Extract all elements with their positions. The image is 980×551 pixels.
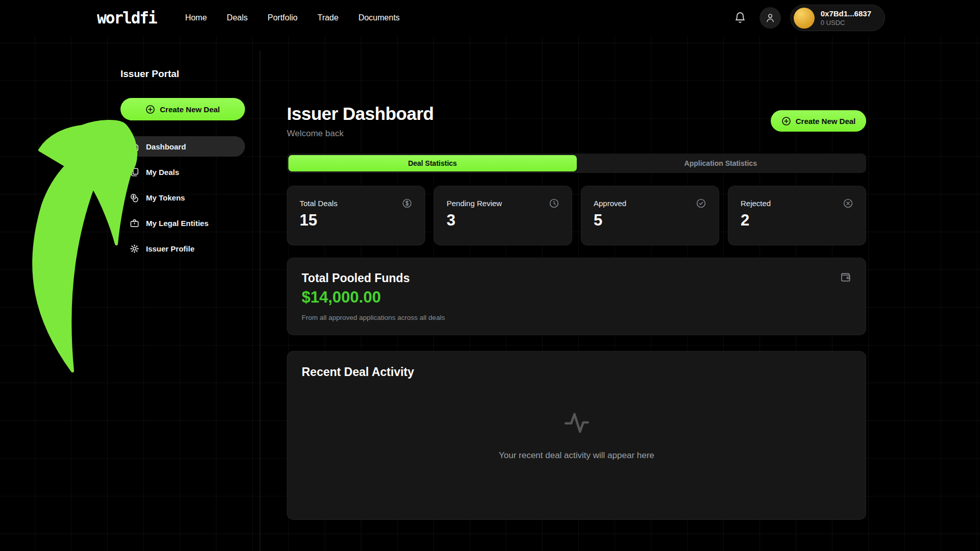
top-navigation-bar: worldfi Home Deals Portfolio Trade Docum… [0, 0, 980, 36]
nav-right-cluster: 0x7Bd1...6837 0 USDC [730, 5, 980, 31]
stat-value: 2 [741, 211, 853, 230]
pooled-funds-value: $14,000.00 [302, 288, 851, 307]
sidebar-menu: Dashboard My Deals My Tokens [120, 136, 245, 259]
activity-title: Recent Deal Activity [302, 365, 851, 379]
gear-icon [130, 244, 139, 254]
check-circle-icon [696, 198, 706, 209]
sidebar-create-new-deal-button[interactable]: Create New Deal [120, 98, 245, 120]
activity-empty-text: Your recent deal activity will appear he… [499, 450, 654, 461]
stacked-files-icon [130, 167, 139, 177]
nav-link-documents[interactable]: Documents [358, 13, 400, 22]
sidebar-item-dashboard[interactable]: Dashboard [120, 136, 245, 157]
activity-empty-state: Your recent deal activity will appear he… [287, 408, 866, 505]
stat-card-rejected: Rejected 2 [728, 186, 866, 245]
nav-link-deals[interactable]: Deals [227, 13, 248, 22]
page-content: Issuer Portal Create New Deal Dashboard [0, 36, 980, 551]
primary-nav: Home Deals Portfolio Trade Documents [185, 13, 400, 22]
coins-icon [130, 193, 139, 203]
wallet-balance: 0 USDC [821, 19, 871, 27]
briefcase-icon [130, 218, 139, 228]
header-create-new-deal-button[interactable]: Create New Deal [771, 110, 866, 132]
dollar-circle-icon [402, 198, 412, 209]
sidebar-item-issuer-profile[interactable]: Issuer Profile [120, 238, 245, 259]
sidebar-item-label: My Legal Entities [146, 219, 209, 228]
create-deal-label: Create New Deal [796, 117, 856, 126]
wallet-icon [840, 271, 851, 283]
page-subtitle: Welcome back [287, 129, 348, 139]
worldfi-logo: worldfi [97, 8, 157, 27]
stats-row: Total Deals 15 Pending Review 3 [287, 186, 866, 245]
sidebar-item-my-deals[interactable]: My Deals [120, 162, 245, 182]
stat-label: Rejected [741, 199, 771, 208]
sidebar-item-label: Issuer Profile [146, 244, 194, 253]
stat-card-pending-review: Pending Review 3 [434, 186, 572, 245]
statistics-tabs: Deal Statistics Application Statistics [287, 154, 866, 173]
stat-value: 15 [300, 211, 412, 230]
profile-button[interactable] [760, 7, 781, 29]
sidebar-item-label: Dashboard [146, 142, 186, 151]
pooled-funds-title: Total Pooled Funds [302, 271, 410, 285]
issuer-portal-sidebar: Issuer Portal Create New Deal Dashboard [120, 68, 245, 80]
sidebar-title: Issuer Portal [120, 68, 245, 80]
home-icon [130, 142, 139, 152]
stat-card-total-deals: Total Deals 15 [287, 186, 425, 245]
sidebar-divider [260, 50, 260, 551]
stat-card-approved: Approved 5 [581, 186, 719, 245]
sidebar-item-label: My Tokens [146, 193, 185, 202]
user-icon [765, 12, 776, 23]
notifications-button[interactable] [730, 8, 750, 28]
recent-deal-activity-card: Recent Deal Activity Your recent deal ac… [287, 351, 866, 520]
clock-icon [549, 198, 559, 209]
activity-pulse-icon [562, 408, 592, 437]
wallet-address: 0x7Bd1...6837 [821, 9, 871, 18]
dashboard-main: Issuer Dashboard Welcome back Create New… [287, 104, 866, 139]
nav-link-portfolio[interactable]: Portfolio [267, 13, 298, 22]
nav-link-home[interactable]: Home [185, 13, 207, 22]
gold-coin-icon [794, 8, 815, 29]
stat-label: Total Deals [300, 199, 337, 208]
sidebar-item-label: My Deals [146, 168, 179, 177]
plus-circle-icon [145, 105, 155, 114]
sidebar-item-my-legal-entities[interactable]: My Legal Entities [120, 213, 245, 233]
pooled-funds-description: From all approved applications across al… [302, 314, 851, 321]
create-deal-label: Create New Deal [160, 105, 220, 114]
tab-deal-statistics[interactable]: Deal Statistics [288, 155, 577, 171]
total-pooled-funds-card: Total Pooled Funds $14,000.00 From all a… [287, 258, 866, 335]
nav-link-trade[interactable]: Trade [317, 13, 338, 22]
stat-value: 3 [447, 211, 559, 230]
x-circle-icon [843, 198, 853, 209]
sidebar-item-my-tokens[interactable]: My Tokens [120, 187, 245, 208]
tab-application-statistics[interactable]: Application Statistics [577, 155, 865, 171]
stat-label: Approved [594, 199, 626, 208]
bell-icon [734, 12, 746, 24]
stat-value: 5 [594, 211, 706, 230]
wallet-button[interactable]: 0x7Bd1...6837 0 USDC [790, 5, 885, 31]
stat-label: Pending Review [447, 199, 502, 208]
wallet-info: 0x7Bd1...6837 0 USDC [821, 9, 871, 27]
plus-circle-icon [781, 116, 791, 126]
